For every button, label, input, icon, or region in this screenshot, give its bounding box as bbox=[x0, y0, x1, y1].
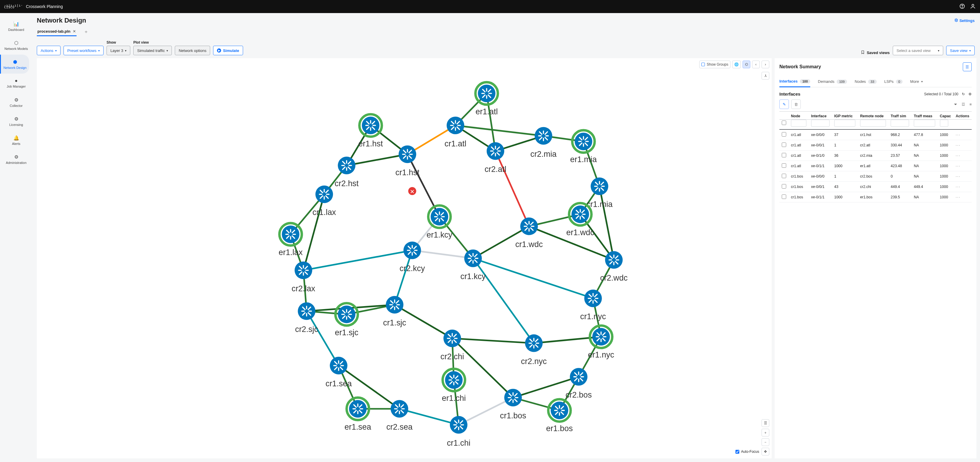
show-groups-toggle[interactable]: Show Groups bbox=[699, 61, 730, 68]
nav-item-network-design[interactable]: ⬢Network Design bbox=[0, 55, 29, 73]
close-icon[interactable]: ✕ bbox=[73, 29, 76, 33]
plot-view-select[interactable]: Simulated traffic▾ bbox=[133, 46, 172, 55]
select-all-checkbox[interactable] bbox=[782, 121, 786, 125]
save-view-button[interactable]: Save view▾ bbox=[946, 46, 975, 55]
nav-item-job-manager[interactable]: ●Job Manager bbox=[0, 73, 32, 92]
user-icon[interactable] bbox=[970, 3, 976, 10]
node-cr2.wdc[interactable]: cr2.wdc bbox=[600, 249, 628, 283]
node-cr1.mia[interactable]: cr1.mia bbox=[587, 175, 612, 209]
topology-canvas[interactable]: Show Groups 🌐 ⌬ ‹ › ⅄ ☰ ＋ － Auto-Focus ✥ bbox=[37, 58, 772, 459]
filter-remote-node[interactable] bbox=[860, 119, 886, 127]
show-select[interactable]: Layer 3▾ bbox=[107, 46, 130, 55]
table-row[interactable]: cr1.atl xe-0/1/1 1000 er1.atl 423.48 NA … bbox=[780, 161, 972, 171]
link-cr2.lax-cr2.kcy[interactable] bbox=[303, 250, 412, 270]
col-capac[interactable]: Capac bbox=[937, 112, 954, 119]
add-tab-button[interactable]: ＋ bbox=[84, 29, 88, 35]
node-er1.kcy[interactable]: er1.kcy bbox=[426, 206, 452, 239]
node-cr2.chi[interactable]: cr2.chi bbox=[441, 327, 464, 361]
nav-item-network-models[interactable]: ⬡Network Models bbox=[0, 36, 32, 55]
summary-list-toggle[interactable]: ☰ bbox=[963, 62, 972, 71]
node-er1.mia[interactable]: er1.mia bbox=[570, 131, 597, 164]
node-er1.sjc[interactable]: er1.sjc bbox=[335, 303, 358, 337]
link-cr2.nyc-cr2.chi[interactable] bbox=[452, 338, 534, 343]
nav-item-dashboard[interactable]: 📊Dashboard bbox=[0, 17, 32, 36]
logical-view-button[interactable]: ⌬ bbox=[743, 61, 750, 68]
node-er1.hst[interactable]: er1.hst bbox=[358, 114, 383, 148]
auto-focus-toggle[interactable]: Auto-Focus bbox=[735, 449, 759, 454]
row-actions-button[interactable]: ··· bbox=[956, 133, 961, 137]
table-row[interactable]: cr1.atl xe-0/0/1 1 cr2.atl 330.44 NA 100… bbox=[780, 140, 972, 151]
legend-button[interactable]: ☰ bbox=[762, 419, 769, 427]
row-checkbox[interactable] bbox=[782, 132, 786, 137]
row-checkbox[interactable] bbox=[782, 184, 786, 188]
node-er1.sea[interactable]: er1.sea bbox=[345, 398, 371, 432]
interfaces-table-wrap[interactable]: NodeInterfaceIGP metricRemote nodeTraff … bbox=[780, 112, 972, 450]
nav-item-collector[interactable]: ⚙Collector bbox=[0, 92, 32, 112]
node-er1.atl[interactable]: er1.atl bbox=[476, 82, 498, 116]
table-row[interactable]: cr1.bos xe-0/0/1 43 cr2.chi 449.4 449.4 … bbox=[780, 182, 972, 192]
row-actions-button[interactable]: ··· bbox=[956, 153, 961, 158]
row-actions-button[interactable]: ··· bbox=[956, 195, 961, 199]
node-cr2.atl[interactable]: cr2.atl bbox=[484, 140, 507, 174]
simulate-button[interactable]: ▶Simulate bbox=[213, 46, 243, 55]
filter-traff-meas[interactable] bbox=[914, 119, 935, 127]
tab-interfaces[interactable]: Interfaces100 bbox=[780, 77, 810, 87]
preset-workflows-button[interactable]: Preset workflows▾ bbox=[64, 46, 103, 55]
node-cr1.kcy[interactable]: cr1.kcy bbox=[460, 247, 486, 281]
auto-focus-checkbox[interactable] bbox=[735, 450, 739, 454]
link-cr1.hst-cr2.hst[interactable] bbox=[347, 155, 407, 166]
link-cr2.atl-cr1.wdc[interactable] bbox=[495, 151, 529, 226]
actions-button[interactable]: Actions▾ bbox=[37, 46, 60, 55]
node-cr2.mia[interactable]: cr2.mia bbox=[530, 125, 557, 159]
link-cr2.kcy-cr1.kcy[interactable] bbox=[412, 250, 473, 258]
file-tab-active[interactable]: processed-lab.pln ✕ bbox=[37, 27, 76, 36]
tab-demands[interactable]: Demands109 bbox=[818, 78, 847, 87]
link-cr1.kcy-cr1.nyc[interactable] bbox=[473, 258, 593, 298]
col-interface[interactable]: Interface bbox=[809, 112, 832, 119]
node-cr1.nyc[interactable]: cr1.nyc bbox=[580, 287, 606, 321]
node-er1.bos[interactable]: er1.bos bbox=[546, 399, 573, 433]
settings-gear-icon[interactable]: ⚙ bbox=[969, 92, 972, 96]
node-er1.wdc[interactable]: er1.wdc bbox=[566, 203, 594, 237]
table-row[interactable]: cr1.atl xe-0/0/0 37 cr1.hst 968.2 477.8 … bbox=[780, 129, 972, 140]
tab-more[interactable]: More ▾ bbox=[910, 78, 923, 87]
edit-button[interactable]: ✎ bbox=[780, 99, 789, 109]
filter-capac[interactable] bbox=[940, 119, 948, 127]
col-remote-node[interactable]: Remote node bbox=[858, 112, 888, 119]
world-view-button[interactable]: 🌐 bbox=[732, 61, 741, 68]
row-actions-button[interactable]: ··· bbox=[956, 143, 961, 147]
horizontal-scrollbar[interactable] bbox=[780, 450, 972, 454]
nav-item-administration[interactable]: ⚙Administration bbox=[0, 150, 32, 169]
filter-icon[interactable]: ⏷ bbox=[954, 102, 958, 107]
col-igp-metric[interactable]: IGP metric bbox=[832, 112, 858, 119]
topology-svg[interactable]: er1.atl cr1.atl cr2.atl cr2.mia er1.mia … bbox=[37, 58, 772, 459]
col-traff-sim[interactable]: Traff sim bbox=[888, 112, 912, 119]
nav-forward-button[interactable]: › bbox=[762, 61, 769, 68]
network-options-button[interactable]: Network options bbox=[175, 46, 210, 55]
row-checkbox[interactable] bbox=[782, 153, 786, 158]
delete-button[interactable]: 🗑 bbox=[791, 99, 801, 109]
node-cr1.chi[interactable]: cr1.chi bbox=[447, 414, 471, 448]
nav-back-button[interactable]: ‹ bbox=[752, 61, 760, 68]
filter-igp-metric[interactable] bbox=[834, 119, 855, 127]
table-row[interactable]: cr1.bos xe-0/1/1 1000 er1.bos 239.5 NA 1… bbox=[780, 192, 972, 202]
node-cr2.sjc[interactable]: cr2.sjc bbox=[295, 300, 318, 334]
node-cr1.bos[interactable]: cr1.bos bbox=[500, 386, 526, 420]
node-cr2.nyc[interactable]: cr2.nyc bbox=[521, 332, 547, 366]
row-checkbox[interactable] bbox=[782, 194, 786, 199]
layout-button[interactable]: ⅄ bbox=[762, 72, 769, 80]
link-cr1.kcy-cr2.nyc[interactable] bbox=[473, 258, 534, 343]
node-cr2.kcy[interactable]: cr2.kcy bbox=[399, 239, 425, 273]
row-checkbox[interactable] bbox=[782, 174, 786, 178]
col-actions[interactable]: Actions bbox=[953, 112, 972, 119]
tab-nodes[interactable]: Nodes33 bbox=[855, 78, 877, 87]
recenter-button[interactable]: ✥ bbox=[762, 448, 769, 456]
node-cr2.lax[interactable]: cr2.lax bbox=[292, 259, 315, 293]
saved-view-select[interactable]: Select a saved view▾ bbox=[893, 46, 943, 55]
node-er1.nyc[interactable]: er1.nyc bbox=[588, 325, 614, 359]
col-node[interactable]: Node bbox=[789, 112, 809, 119]
filter-node[interactable] bbox=[791, 119, 807, 127]
node-cr2.hst[interactable]: cr2.hst bbox=[334, 155, 358, 188]
filter-traff-sim[interactable] bbox=[891, 119, 909, 127]
table-row[interactable]: cr1.bos xe-0/0/0 1 cr2.bos 0 NA 1000 ··· bbox=[780, 171, 972, 182]
